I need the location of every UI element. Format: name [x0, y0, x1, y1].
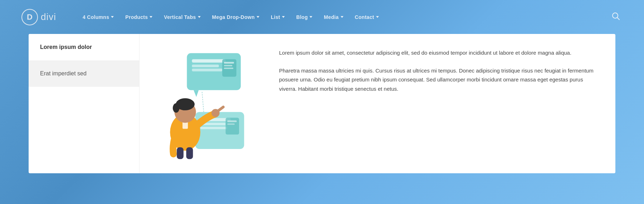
main-nav: 4 ColumnsProductsVertical TabsMega Drop-…	[78, 11, 609, 23]
svg-rect-14	[200, 127, 227, 129]
nav-item-media[interactable]: Media	[319, 11, 348, 23]
nav-item-4-columns[interactable]: 4 Columns	[78, 11, 119, 23]
nav-item-blog[interactable]: Blog	[291, 11, 317, 23]
nav-item-list[interactable]: List	[266, 11, 290, 23]
svg-line-18	[202, 92, 204, 112]
nav-item-vertical-tabs[interactable]: Vertical Tabs	[159, 11, 205, 23]
content-area: Lorem ipsum dolorErat imperdiet sed	[0, 34, 644, 188]
svg-rect-4	[192, 65, 219, 68]
paragraph-0: Lorem ipsum dolor sit amet, consectetur …	[279, 48, 597, 58]
svg-rect-27	[177, 147, 184, 159]
svg-rect-3	[192, 59, 225, 63]
chevron-down-icon	[111, 16, 114, 18]
sidebar-item-0[interactable]: Lorem ipsum dolor	[29, 34, 139, 60]
svg-point-24	[173, 103, 180, 113]
svg-rect-15	[226, 118, 239, 135]
svg-rect-17	[227, 124, 235, 125]
svg-marker-10	[194, 90, 199, 97]
nav-item-contact[interactable]: Contact	[350, 11, 384, 23]
logo[interactable]: D divi	[21, 9, 56, 25]
chevron-down-icon	[309, 16, 312, 18]
chevron-down-icon	[257, 16, 259, 18]
svg-rect-28	[186, 147, 193, 159]
card-illustration	[140, 34, 261, 173]
paragraph-1: Pharetra massa massa ultricies mi quis. …	[279, 66, 597, 94]
svg-line-26	[218, 107, 223, 111]
svg-line-1	[618, 18, 620, 20]
chevron-down-icon	[282, 16, 285, 18]
svg-rect-9	[224, 68, 233, 69]
svg-rect-8	[224, 65, 233, 66]
logo-circle: D	[21, 9, 38, 25]
chevron-down-icon	[150, 16, 152, 18]
svg-point-0	[613, 13, 618, 18]
svg-rect-5	[192, 69, 222, 71]
chevron-down-icon	[198, 16, 201, 18]
mega-card: Lorem ipsum dolorErat imperdiet sed	[29, 34, 615, 173]
card-sidebar: Lorem ipsum dolorErat imperdiet sed	[29, 34, 140, 173]
card-text: Lorem ipsum dolor sit amet, consectetur …	[261, 34, 615, 173]
search-icon[interactable]	[609, 9, 623, 25]
svg-rect-16	[227, 120, 236, 122]
logo-text: divi	[41, 11, 56, 23]
nav-item-mega-drop-down[interactable]: Mega Drop-Down	[207, 11, 264, 23]
svg-rect-7	[224, 62, 234, 64]
chevron-down-icon	[341, 16, 343, 18]
header: D divi 4 ColumnsProductsVertical TabsMeg…	[0, 0, 644, 34]
chevron-down-icon	[376, 16, 379, 18]
sidebar-item-1[interactable]: Erat imperdiet sed	[29, 60, 139, 87]
nav-item-products[interactable]: Products	[120, 11, 157, 23]
